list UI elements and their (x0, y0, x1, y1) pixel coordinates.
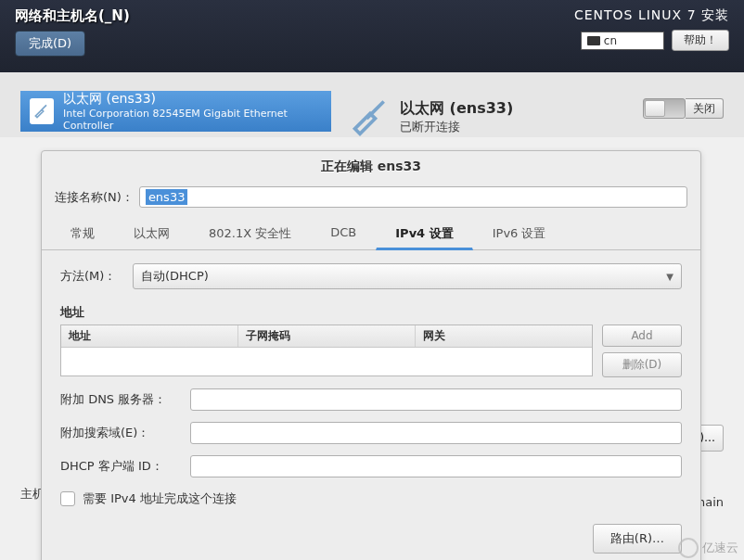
col-netmask: 子网掩码 (238, 325, 416, 347)
address-table-header: 地址 子网掩码 网关 (61, 325, 592, 348)
address-section-label: 地址 (60, 304, 682, 321)
address-table[interactable]: 地址 子网掩码 网关 (60, 325, 593, 376)
ethernet-icon (30, 98, 54, 124)
installer-header: 网络和主机名(_N) 完成(D) CENTOS LINUX 7 安装 cn 帮助… (0, 0, 744, 72)
connection-name-value: ens33 (146, 189, 188, 205)
install-title: CENTOS LINUX 7 安装 (574, 7, 729, 24)
network-device-list: 以太网 (ens33) Intel Corporation 82545EM Gi… (20, 91, 331, 132)
delete-address-button[interactable]: 删除(D) (602, 352, 682, 377)
connection-toggle[interactable]: 关闭 (643, 98, 724, 119)
tab-general[interactable]: 常规 (51, 219, 114, 250)
device-subtitle: Intel Corporation 82545EM Gigabit Ethern… (63, 108, 322, 132)
method-label: 方法(M)： (60, 268, 123, 285)
connection-name-label: 连接名称(N)： (55, 189, 134, 206)
device-title: 以太网 (ens33) (63, 91, 322, 108)
settings-tabs: 常规 以太网 802.1X 安全性 DCB IPv4 设置 IPv6 设置 (42, 219, 700, 250)
ipv4-settings-panel: 方法(M)： 自动(DHCP) ▼ 地址 地址 子网掩码 网关 Add 删除(D… (42, 250, 700, 554)
done-button[interactable]: 完成(D) (15, 31, 85, 57)
search-domain-input[interactable] (190, 422, 682, 444)
help-button[interactable]: 帮助！ (672, 30, 729, 51)
search-domain-label: 附加搜索域(E)： (60, 425, 183, 441)
page-title: 网络和主机名(_N) (15, 7, 130, 25)
toggle-off-label: 关闭 (686, 98, 724, 119)
tab-security[interactable]: 802.1X 安全性 (189, 219, 311, 250)
toggle-knob (645, 100, 665, 117)
network-device-item[interactable]: 以太网 (ens33) Intel Corporation 82545EM Gi… (20, 91, 331, 132)
col-address: 地址 (61, 325, 238, 347)
dns-label: 附加 DNS 服务器： (60, 391, 183, 408)
toggle-switch[interactable] (643, 98, 686, 119)
watermark-text: 亿速云 (702, 540, 738, 556)
tab-ethernet[interactable]: 以太网 (114, 219, 189, 250)
col-gateway: 网关 (416, 325, 592, 347)
require-ipv4-checkbox[interactable] (60, 491, 75, 506)
tab-dcb[interactable]: DCB (311, 219, 376, 250)
dhcp-client-id-label: DHCP 客户端 ID： (60, 458, 183, 475)
chevron-down-icon: ▼ (666, 272, 673, 282)
network-device-detail: 以太网 (ens33) 已断开连接 (350, 96, 643, 137)
tab-ipv6[interactable]: IPv6 设置 (473, 219, 566, 250)
connection-name-input[interactable]: ens33 (139, 186, 687, 208)
keyboard-layout-selector[interactable]: cn (581, 32, 664, 50)
dns-input[interactable] (190, 388, 682, 411)
network-panel: 以太网 (ens33) Intel Corporation 82545EM Gi… (0, 72, 744, 137)
dialog-title: 正在编辑 ens33 (42, 151, 700, 183)
method-select[interactable]: 自动(DHCP) ▼ (133, 263, 682, 289)
add-address-button[interactable]: Add (602, 325, 682, 347)
method-value: 自动(DHCP) (141, 268, 209, 285)
detail-title: 以太网 (ens33) (400, 99, 513, 119)
cloud-icon (678, 538, 699, 558)
dhcp-client-id-input[interactable] (190, 455, 682, 477)
edit-connection-dialog: 正在编辑 ens33 连接名称(N)： ens33 常规 以太网 802.1X … (41, 150, 701, 560)
require-ipv4-label: 需要 IPv4 地址完成这个连接 (83, 490, 237, 507)
keyboard-icon (587, 36, 600, 45)
keyboard-layout-value: cn (604, 34, 617, 47)
routes-button[interactable]: 路由(R)… (593, 524, 682, 554)
detail-status: 已断开连接 (400, 119, 513, 135)
ethernet-icon (350, 96, 391, 137)
tab-ipv4[interactable]: IPv4 设置 (376, 219, 472, 250)
watermark: 亿速云 (678, 538, 738, 558)
